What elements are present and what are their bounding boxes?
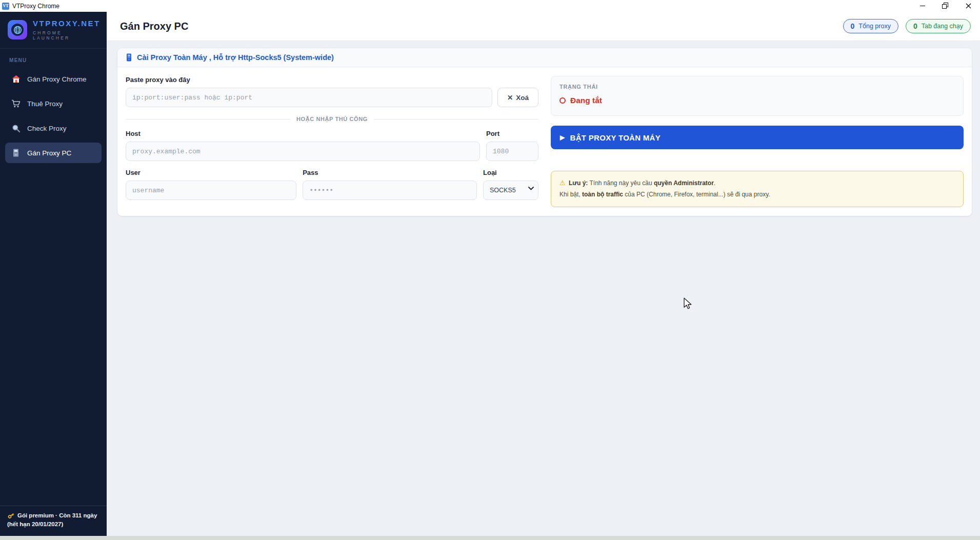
close-icon [966, 3, 971, 9]
computer-icon [11, 148, 21, 157]
sidebar-item-gan-proxy-chrome[interactable]: Gán Proxy Chrome [5, 69, 102, 89]
sidebar-item-check-proxy[interactable]: Check Proxy [5, 118, 102, 138]
paste-row: ✕ Xoá [126, 88, 538, 107]
user-label: User [126, 169, 296, 176]
user-field-group: User [126, 169, 296, 200]
globe-icon [11, 24, 24, 36]
premium-line1: Gói premium · Còn 311 ngày [17, 511, 97, 520]
taskbar-strip [0, 536, 980, 540]
key-icon [7, 512, 15, 519]
app-window: VTPROXY.NET CHROME LAUNCHER MENU Gán Pro… [0, 12, 980, 536]
clear-x-icon: ✕ [507, 93, 513, 102]
type-label: Loại [483, 169, 538, 176]
menu-section-label: MENU [0, 49, 107, 67]
host-input[interactable] [126, 142, 480, 161]
minimize-icon [920, 6, 925, 6]
restore-button[interactable] [934, 0, 957, 12]
warning-text2b: của PC (Chrome, Firefox, terminal...) sẽ… [623, 191, 770, 198]
premium-line2: (hết hạn 20/01/2027) [7, 520, 99, 529]
sidebar-item-label: Gán Proxy PC [27, 149, 71, 157]
user-pass-type-row: User Pass Loại SOC [126, 169, 538, 200]
admin-warning: ⚠ Lưu ý: Tính năng này yêu cầu quyền Adm… [551, 171, 964, 207]
badge-total-proxy-label: Tổng proxy [858, 23, 891, 30]
warning-text1a: Tính năng này yêu cầu [588, 179, 654, 187]
window-controls [911, 0, 980, 12]
warning-text2a: Khi bật, [559, 191, 582, 198]
paste-proxy-input[interactable] [126, 88, 492, 107]
search-icon [11, 124, 21, 133]
header-badges: 0 Tổng proxy 0 Tab đang chạy [843, 19, 971, 33]
brand: VTPROXY.NET CHROME LAUNCHER [0, 12, 107, 49]
badge-running-tabs: 0 Tab đang chạy [906, 19, 971, 33]
badge-total-proxy: 0 Tổng proxy [843, 19, 898, 33]
port-field-group: Port [486, 130, 538, 161]
clear-button-label: Xoá [516, 94, 529, 102]
card-header: Cài Proxy Toàn Máy , Hỗ trợ Http-Socks5 … [117, 48, 972, 67]
manual-divider: HOẶC NHẬP THỦ CÔNG [126, 116, 538, 122]
warning-bold1: Lưu ý: [569, 179, 588, 187]
status-column: TRẠNG THÁI Đang tắt ▶ BẬT PROXY TOÀN MÁY [551, 76, 964, 208]
status-value-row: Đang tắt [559, 96, 955, 105]
clear-button[interactable]: ✕ Xoá [497, 88, 538, 107]
host-port-row: Host Port [126, 130, 538, 161]
port-input[interactable] [486, 142, 538, 161]
card-body: Paste proxy vào đây ✕ Xoá HOẶC NHẬP THỦ … [117, 67, 972, 216]
type-field-group: Loại SOCKS5 [483, 169, 538, 200]
warning-text1b: . [714, 179, 715, 187]
user-input[interactable] [126, 181, 296, 200]
enable-proxy-button[interactable]: ▶ BẬT PROXY TOÀN MÁY [551, 126, 964, 149]
status-value: Đang tắt [570, 96, 602, 105]
window-title: VTProxy Chrome [12, 3, 59, 10]
status-label: TRẠNG THÁI [559, 84, 955, 90]
home-icon [11, 74, 21, 84]
card-title: Cài Proxy Toàn Máy , Hỗ trợ Http-Socks5 … [137, 53, 334, 62]
sidebar-item-label: Gán Proxy Chrome [27, 75, 87, 83]
proxy-pc-card: Cài Proxy Toàn Máy , Hỗ trợ Http-Socks5 … [117, 48, 972, 216]
brand-logo [8, 20, 27, 39]
warning-line2: Khi bật, toàn bộ traffic của PC (Chrome,… [559, 189, 955, 201]
host-field-group: Host [126, 130, 480, 161]
sidebar: VTPROXY.NET CHROME LAUNCHER MENU Gán Pro… [0, 12, 107, 536]
main-area: Gán Proxy PC 0 Tổng proxy 0 Tab đang chạ… [107, 12, 980, 536]
play-icon: ▶ [560, 134, 565, 141]
warning-icon: ⚠ [559, 179, 566, 187]
app-icon: VT [2, 3, 9, 10]
premium-info: Gói premium · Còn 311 ngày (hết hạn 20/0… [0, 506, 107, 536]
badge-total-proxy-value: 0 [851, 22, 855, 30]
warning-bold2: quyền Administrator [654, 179, 714, 187]
pass-label: Pass [303, 169, 477, 176]
host-label: Host [126, 130, 480, 137]
paste-label: Paste proxy vào đây [126, 76, 538, 84]
brand-name: VTPROXY.NET [33, 19, 101, 28]
status-off-icon [559, 97, 566, 104]
form-column: Paste proxy vào đây ✕ Xoá HOẶC NHẬP THỦ … [126, 76, 538, 208]
restore-icon [942, 3, 949, 9]
cart-icon [11, 99, 21, 108]
pass-input[interactable] [303, 181, 477, 200]
warning-bold3: toàn bộ traffic [582, 191, 623, 198]
page-header: Gán Proxy PC 0 Tổng proxy 0 Tab đang chạ… [107, 12, 980, 41]
pass-field-group: Pass [303, 169, 477, 200]
enable-proxy-button-label: BẬT PROXY TOÀN MÁY [570, 133, 661, 142]
sidebar-item-gan-proxy-pc[interactable]: Gán Proxy PC [5, 143, 102, 163]
sidebar-item-label: Check Proxy [27, 125, 67, 132]
titlebar: VT VTProxy Chrome [0, 0, 980, 12]
brand-text: VTPROXY.NET CHROME LAUNCHER [33, 19, 101, 41]
status-box: TRẠNG THÁI Đang tắt [551, 76, 964, 116]
content: Cài Proxy Toàn Máy , Hỗ trợ Http-Socks5 … [107, 41, 980, 536]
port-label: Port [486, 130, 538, 137]
sidebar-item-thue-proxy[interactable]: Thuê Proxy [5, 93, 102, 114]
pc-tower-icon [126, 53, 132, 62]
close-button[interactable] [957, 0, 980, 12]
minimize-button[interactable] [911, 0, 934, 12]
sidebar-item-label: Thuê Proxy [27, 100, 63, 108]
warning-line1: ⚠ Lưu ý: Tính năng này yêu cầu quyền Adm… [559, 177, 955, 189]
proxy-type-select[interactable]: SOCKS5 [483, 181, 538, 200]
badge-running-tabs-value: 0 [913, 22, 917, 30]
brand-subtitle: CHROME LAUNCHER [33, 30, 101, 41]
page-title: Gán Proxy PC [120, 21, 188, 32]
badge-running-tabs-label: Tab đang chạy [922, 23, 963, 30]
manual-divider-label: HOẶC NHẬP THỦ CÔNG [296, 116, 368, 122]
